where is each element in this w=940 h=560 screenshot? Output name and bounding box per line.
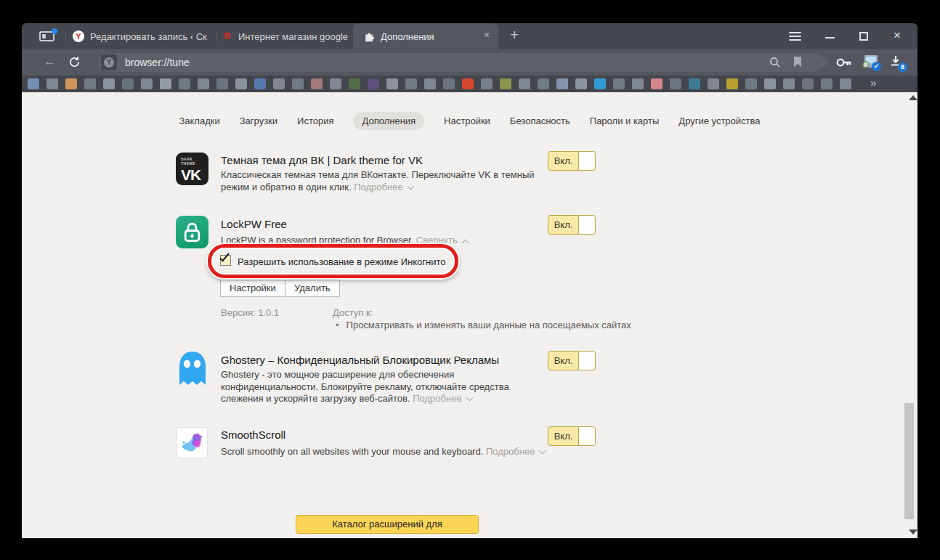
bookmark-favicon[interactable] [745, 78, 757, 89]
bookmark-favicon[interactable] [726, 78, 738, 89]
bookmark-favicon[interactable] [575, 78, 587, 89]
bookmark-favicon[interactable] [538, 78, 549, 89]
bookmark-favicon[interactable] [556, 78, 568, 89]
extension-toggle[interactable]: Вкл. [548, 351, 596, 370]
smoothscroll-extension-icon [177, 428, 207, 458]
bookmark-favicon[interactable] [103, 78, 115, 89]
back-icon[interactable]: ← [44, 54, 56, 69]
more-link[interactable]: Подробнее [413, 393, 461, 404]
bookmark-favicon[interactable] [613, 78, 625, 89]
settings-button[interactable]: Настройки [220, 280, 285, 297]
lockpw-extension-icon [176, 216, 208, 248]
bookmark-favicon[interactable] [254, 78, 266, 89]
bookmark-favicon[interactable] [689, 78, 700, 89]
window-close-button[interactable]: × [894, 28, 901, 43]
bookmark-favicon[interactable] [708, 78, 719, 89]
bookmark-favicon[interactable] [122, 78, 134, 89]
bookmark-favicon[interactable] [28, 78, 39, 89]
bookmark-favicon[interactable] [519, 78, 530, 89]
tab-title[interactable]: Редактировать запись ‹ Ск [90, 31, 212, 42]
bookmark-favicon[interactable] [311, 78, 323, 89]
extension-toggle[interactable]: Вкл. [548, 426, 596, 446]
bookmark-favicon[interactable] [443, 78, 455, 89]
extension-toggle[interactable]: Вкл. [548, 215, 596, 235]
bookmark-favicon[interactable] [141, 78, 153, 89]
extension-name: Темная тема для ВК | Dark theme for VK [221, 154, 423, 166]
url-text[interactable]: browser://tune [125, 57, 190, 68]
delete-button[interactable]: Удалить [285, 280, 340, 297]
bookmark-favicon[interactable] [216, 78, 228, 89]
bookmark-favicon[interactable] [179, 78, 190, 89]
extension-name: Ghostery – Конфиденциальный Блокировщик … [221, 354, 499, 366]
more-link[interactable]: Подробнее [354, 182, 402, 192]
bookmark-favicon[interactable] [462, 78, 474, 89]
tab-separator [216, 31, 217, 42]
nav-devices[interactable]: Другие устройства [678, 112, 760, 130]
reload-icon[interactable] [68, 56, 81, 68]
bookmark-favicon[interactable] [84, 78, 96, 89]
bookmark-favicon[interactable] [802, 78, 814, 89]
close-tab-icon[interactable]: × [484, 29, 490, 41]
menu-icon[interactable] [789, 32, 801, 43]
bookmark-favicon[interactable] [632, 78, 644, 89]
protect-badge-icon[interactable]: Y [101, 54, 117, 70]
bookmark-favicon[interactable] [840, 78, 851, 89]
maximize-button[interactable] [859, 32, 868, 41]
bookmark-favicon[interactable] [273, 78, 285, 89]
chevron-down-icon [539, 447, 546, 455]
toggle-knob [578, 152, 595, 170]
bookmark-favicon[interactable] [368, 78, 379, 89]
bookmark-favicon[interactable] [481, 78, 493, 89]
bookmark-favicon[interactable] [386, 78, 398, 89]
bookmark-favicon[interactable] [330, 78, 341, 89]
bookmark-favicon[interactable] [764, 78, 776, 89]
lockpw-toolbar-icon[interactable] [835, 55, 853, 70]
vk-extension-icon: DARK THEME VK [176, 153, 208, 185]
ghost-icon [176, 351, 209, 387]
nav-security[interactable]: Безопасность [510, 112, 570, 130]
more-link[interactable]: Подробнее [486, 446, 535, 457]
tab-active-extensions[interactable]: Дополнения × [353, 23, 498, 49]
scrollbar-up-arrow[interactable] [909, 95, 917, 100]
nav-bookmarks[interactable]: Закладки [179, 112, 219, 130]
bookmarks-overflow-icon[interactable]: » [870, 76, 876, 89]
nav-downloads[interactable]: Загрузки [240, 112, 277, 130]
bookmarks-bar: » [22, 76, 917, 92]
bookmark-favicon[interactable] [349, 78, 360, 89]
bookmark-favicon[interactable] [821, 78, 832, 89]
bookmark-favicon[interactable] [594, 78, 606, 89]
extensions-catalog-button[interactable]: Каталог расширений для Яндекс.Браузера [296, 515, 479, 534]
search-icon[interactable] [769, 56, 782, 69]
tab-title[interactable]: Интернет магазин google [238, 31, 349, 42]
bookmark-favicon[interactable] [235, 78, 247, 89]
bookmark-favicon[interactable] [500, 78, 511, 89]
bookmark-favicon[interactable] [198, 78, 209, 89]
incognito-checkbox[interactable] [220, 255, 231, 266]
bookmark-favicon[interactable] [292, 78, 304, 89]
incognito-checkbox-label[interactable]: Разрешить использование в режиме Инкогни… [238, 256, 446, 267]
extension-name: SmoothScroll [221, 429, 285, 441]
scrollbar-down-arrow[interactable] [909, 529, 917, 535]
extension-toggle[interactable]: Вкл. [548, 151, 596, 171]
scrollbar-thumb[interactable] [904, 403, 914, 519]
minimize-button[interactable] [825, 37, 835, 38]
nav-passwords[interactable]: Пароли и карты [590, 112, 660, 130]
nav-settings[interactable]: Настройки [444, 112, 490, 130]
bookmark-favicon[interactable] [65, 78, 77, 89]
bookmark-favicon[interactable] [670, 78, 681, 89]
installer-toolbar-icon[interactable]: ✓ [862, 54, 880, 70]
downloads-toolbar-icon[interactable]: 8 [889, 54, 911, 72]
bookmark-favicon[interactable] [405, 78, 417, 89]
bookmark-favicon[interactable] [651, 78, 663, 89]
new-tab-button[interactable]: + [510, 26, 519, 44]
bookmark-favicon[interactable] [46, 78, 58, 89]
nav-history[interactable]: История [297, 112, 333, 130]
bookmark-favicon[interactable] [160, 78, 171, 89]
bookmark-favicon[interactable] [424, 78, 436, 89]
extension-description: Ghostery - это мощное расширение для обе… [221, 369, 540, 405]
tab-groups-icon[interactable] [39, 31, 57, 42]
bookmark-favicon[interactable] [783, 78, 795, 89]
url-input[interactable]: Y browser://tune [98, 53, 816, 72]
bookmark-flag-icon[interactable] [794, 57, 801, 67]
nav-extensions[interactable]: Дополнения [353, 112, 424, 130]
